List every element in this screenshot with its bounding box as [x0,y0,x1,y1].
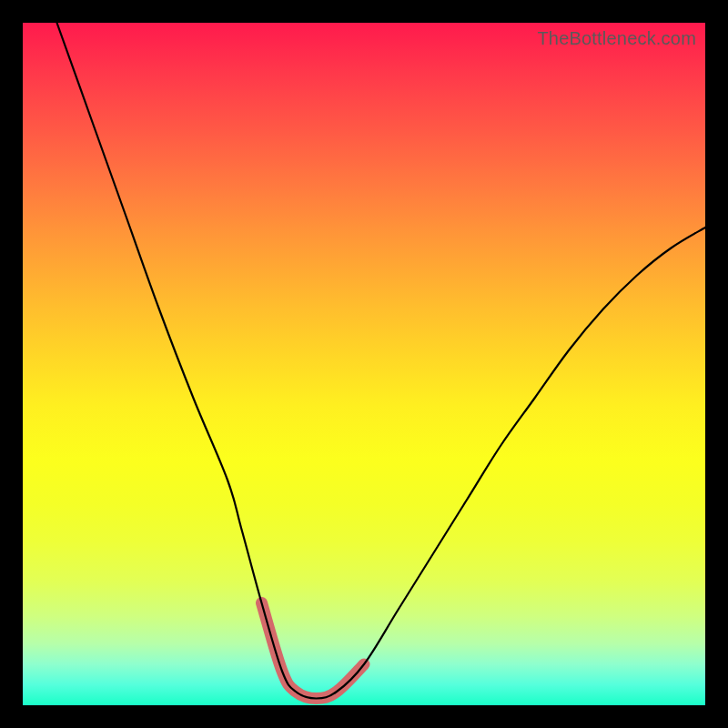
chart-frame: TheBottleneck.com [0,0,728,728]
plot-area: TheBottleneck.com [23,23,705,705]
chart-svg [23,23,705,705]
bottleneck-curve-line [57,23,706,699]
optimal-zone-highlight [262,603,365,699]
